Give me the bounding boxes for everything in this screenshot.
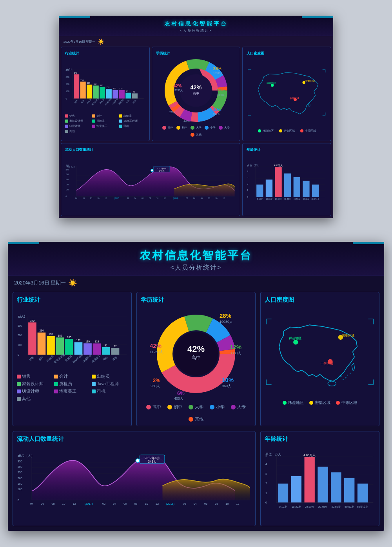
svg-text:196: 196 xyxy=(87,82,90,84)
svg-text:04: 04 xyxy=(134,197,137,199)
svg-text:会计: 会计 xyxy=(80,99,85,103)
svg-text:234: 234 xyxy=(39,329,44,332)
svg-text:72: 72 xyxy=(133,91,135,93)
svg-text:200: 200 xyxy=(18,334,22,337)
svg-rect-147 xyxy=(28,322,36,355)
age-chart-small: 单位：万人 0 1 2 3 4 5 xyxy=(247,156,327,210)
svg-text:300: 300 xyxy=(18,465,22,469)
svg-text:02: 02 xyxy=(102,502,105,505)
svg-text:0: 0 xyxy=(247,196,249,198)
svg-text:2: 2 xyxy=(247,183,249,185)
svg-text:密集区域: 密集区域 xyxy=(342,334,354,337)
svg-text:淘宝美工: 淘宝美工 xyxy=(118,98,125,105)
svg-text:4.80万人: 4.80万人 xyxy=(303,453,316,457)
svg-point-63 xyxy=(271,84,274,87)
svg-text:1: 1 xyxy=(247,189,249,191)
svg-text:12: 12 xyxy=(164,197,166,199)
svg-text:4: 4 xyxy=(247,170,249,172)
svg-rect-265 xyxy=(291,476,301,502)
svg-text:4: 4 xyxy=(265,462,267,466)
dashboard-full: 农村信息化智能平台 <人员分析统计> 2020年3月16日 星期一 ☀️ 行业统… xyxy=(8,242,384,531)
svg-text:12: 12 xyxy=(223,197,225,199)
svg-text:20-30岁: 20-30岁 xyxy=(275,198,282,200)
edu-legend-full: 高中 初中 大学 小学 大专 其他 xyxy=(141,404,251,422)
svg-text:60岁以上: 60岁以上 xyxy=(357,505,368,508)
svg-text:118: 118 xyxy=(120,88,123,90)
svg-rect-152 xyxy=(74,342,83,355)
svg-text:06: 06 xyxy=(201,197,203,199)
svg-text:其他: 其他 xyxy=(132,99,136,103)
svg-rect-122 xyxy=(275,167,282,197)
svg-rect-120 xyxy=(257,185,263,197)
svg-rect-150 xyxy=(56,337,64,355)
svg-text:100: 100 xyxy=(66,90,69,92)
svg-text:(2018): (2018) xyxy=(173,197,179,199)
svg-text:10%: 10% xyxy=(222,377,234,383)
map-panel-small: 人口密度图 稀疏地区 密集区域 中等区域 xyxy=(242,47,331,141)
sun-icon-full: ☀️ xyxy=(68,279,77,287)
svg-text:10: 10 xyxy=(225,502,229,505)
svg-rect-17 xyxy=(106,89,112,98)
svg-text:04: 04 xyxy=(194,502,197,505)
svg-text:3380人: 3380人 xyxy=(217,94,225,96)
svg-text:10: 10 xyxy=(62,502,65,505)
svg-text:340: 340 xyxy=(74,72,77,74)
svg-rect-127 xyxy=(312,185,319,197)
svg-text:72: 72 xyxy=(114,345,117,348)
svg-point-201 xyxy=(345,377,347,379)
svg-rect-12 xyxy=(74,74,79,99)
svg-text:3: 3 xyxy=(247,177,249,179)
svg-text:200: 200 xyxy=(66,83,69,85)
date-full: 2020年3月16日 星期一 ☀️ xyxy=(8,275,384,287)
svg-text:400人: 400人 xyxy=(174,397,183,400)
svg-text:08: 08 xyxy=(215,502,218,505)
svg-text:100: 100 xyxy=(18,344,22,346)
svg-text:12%: 12% xyxy=(230,344,241,350)
svg-text:340: 340 xyxy=(30,319,34,322)
svg-text:淘宝美工: 淘宝美工 xyxy=(91,354,101,363)
svg-rect-270 xyxy=(344,478,354,503)
svg-text:230人: 230人 xyxy=(169,111,176,114)
svg-text:其他: 其他 xyxy=(112,355,118,361)
svg-text:(2017): (2017) xyxy=(114,197,120,199)
sun-icon-small: ☀️ xyxy=(98,38,104,45)
industry-panel-full: 行业统计 (人) 0 100 200 300 400 xyxy=(13,292,132,426)
svg-rect-125 xyxy=(294,177,300,197)
svg-rect-151 xyxy=(65,339,73,355)
svg-text:08: 08 xyxy=(51,502,54,505)
svg-text:2: 2 xyxy=(265,482,267,485)
svg-text:60岁以上: 60岁以上 xyxy=(312,198,319,200)
svg-text:40-50岁: 40-50岁 xyxy=(294,198,300,200)
svg-text:12: 12 xyxy=(105,197,107,199)
svg-text:0-10岁: 0-10岁 xyxy=(279,505,287,508)
svg-text:132: 132 xyxy=(106,87,109,89)
svg-text:4.80万人: 4.80万人 xyxy=(274,164,283,167)
floating-pop-panel-small: 流动人口数量统计 单位（人） 0 100 150 200 250 300 350 xyxy=(61,143,240,216)
svg-text:30-40岁: 30-40岁 xyxy=(284,198,291,200)
svg-text:10: 10 xyxy=(215,197,218,199)
svg-text:司机: 司机 xyxy=(125,99,130,103)
svg-text:400: 400 xyxy=(18,454,22,458)
svg-rect-149 xyxy=(47,336,55,355)
svg-text:中等区域: 中等区域 xyxy=(290,97,299,100)
svg-rect-264 xyxy=(278,484,288,502)
floating-pop-panel-full: 流动人口数量统计 单位（人） xyxy=(13,431,256,526)
map-title-small: 人口密度图 xyxy=(247,51,327,56)
svg-text:119: 119 xyxy=(113,88,116,90)
svg-rect-156 xyxy=(111,348,120,355)
svg-text:06: 06 xyxy=(204,502,207,505)
svg-text:150: 150 xyxy=(18,482,22,485)
svg-text:165: 165 xyxy=(67,336,71,339)
svg-text:12: 12 xyxy=(156,502,159,505)
svg-text:10: 10 xyxy=(98,197,100,199)
svg-text:200: 200 xyxy=(66,179,69,181)
svg-text:出纳员: 出纳员 xyxy=(86,98,92,104)
svg-text:3: 3 xyxy=(265,472,267,476)
body-small: 行业统计 (人) 0 100 200 300 400 xyxy=(59,45,333,218)
industry-title-full: 行业统计 xyxy=(17,296,127,304)
svg-text:50-60岁: 50-60岁 xyxy=(303,198,310,200)
svg-text:1: 1 xyxy=(265,491,267,495)
svg-text:345人: 345人 xyxy=(148,460,156,464)
area-chart-full: 单位（人） 0 100 150 200 250 300 350 400 xyxy=(17,446,251,520)
svg-text:20-30岁: 20-30岁 xyxy=(305,505,314,508)
